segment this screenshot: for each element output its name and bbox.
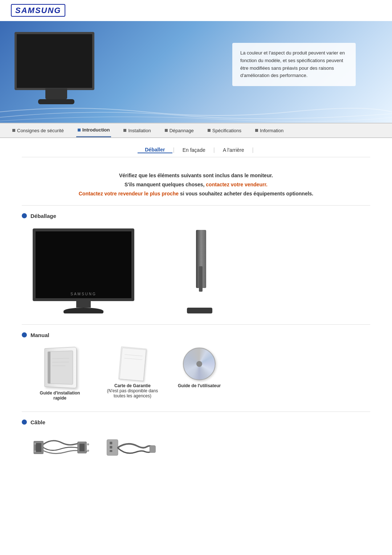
section-bullet-cable <box>22 420 27 425</box>
monitor-front-logo: SAMSUNG <box>70 292 97 296</box>
nav-bullet-introduction <box>78 129 81 131</box>
sub-nav-sep-2: | <box>213 147 216 153</box>
monitor-display <box>15 32 94 90</box>
monitor-side-image <box>185 230 214 313</box>
nav-bullet-information <box>255 129 258 132</box>
monitor-front-image: SAMSUNG <box>33 228 134 313</box>
deballage-products: SAMSUNG <box>22 225 370 317</box>
svg-rect-5 <box>119 348 146 381</box>
svg-rect-9 <box>36 443 41 452</box>
cable-items-row <box>22 431 370 464</box>
svg-point-15 <box>87 450 89 451</box>
intro-line3b: si vous souhaitez acheter des équipement… <box>180 191 313 197</box>
nav-bullet-depannage <box>165 129 168 132</box>
nav-bar: Consignes de sécurité Introduction Insta… <box>0 123 392 138</box>
banner-text-box: La couleur et l'aspect du produit peuven… <box>232 43 356 86</box>
monitor-stand <box>45 88 67 99</box>
nav-item-securite[interactable]: Consignes de sécurité <box>11 123 65 137</box>
section-title-manual: Manual <box>30 332 49 338</box>
svg-rect-17 <box>110 442 112 444</box>
cd-hole <box>196 361 202 367</box>
section-bullet-manual <box>22 332 27 337</box>
manual-item-guide: Guide d'installation rapide <box>33 348 87 401</box>
brand-name: SAMSUNG <box>11 4 65 17</box>
vga-cable-image <box>33 435 91 460</box>
sub-nav-facade[interactable]: En façade <box>175 147 213 153</box>
guide-installation-image <box>44 347 77 388</box>
nav-item-specifications[interactable]: Spécifications <box>206 123 243 137</box>
nav-bullet-securite <box>12 129 15 132</box>
svg-point-10 <box>34 442 36 444</box>
svg-point-11 <box>34 450 36 452</box>
sub-nav-sep-1: | <box>172 147 175 153</box>
section-deballage: Déballage SAMSUNG <box>22 206 370 325</box>
svg-rect-18 <box>110 446 112 448</box>
sub-nav-arriere[interactable]: A l'arrière <box>216 147 252 153</box>
mf-screen: SAMSUNG <box>33 228 134 301</box>
nav-item-introduction[interactable]: Introduction <box>76 123 111 137</box>
guide-utilisateur-label: Guide de l'utilisateur <box>178 383 221 388</box>
intro-line2: S'ils manquent quelques choses, contacte… <box>124 182 268 187</box>
section-manual: Manual Guide d'installation rapide <box>22 325 370 412</box>
nav-item-installation[interactable]: Installation <box>122 123 152 137</box>
section-deballage-header: Déballage <box>22 213 370 219</box>
section-cable-header: Câble <box>22 419 370 425</box>
svg-rect-19 <box>110 450 112 452</box>
contact-vendor-link[interactable]: contactez votre vendeurr. <box>206 182 268 187</box>
manual-item-carte: Carte de Garantie (N'est pas disponible … <box>105 348 160 398</box>
mf-base <box>64 308 103 313</box>
mf-neck <box>76 301 91 308</box>
guide-installation-label: Guide d'installation rapide <box>33 390 87 401</box>
sub-nav-deballer[interactable]: Déballer <box>138 147 172 153</box>
intro-text-block: Vérifiez que les éléments suivants sont … <box>22 165 370 206</box>
power-cable-image <box>105 435 156 460</box>
svg-point-14 <box>87 443 89 445</box>
svg-rect-13 <box>79 443 85 451</box>
nav-item-depannage[interactable]: Dépannage <box>163 123 195 137</box>
nav-bullet-installation <box>123 129 126 132</box>
section-title-deballage: Déballage <box>30 213 56 219</box>
carte-garantie-label: Carte de Garantie (N'est pas disponible … <box>105 383 160 398</box>
main-content: Vérifiez que les éléments suivants sont … <box>0 157 392 478</box>
banner-wave <box>0 101 392 123</box>
banner-text: La couleur et l'aspect du produit peuven… <box>240 50 345 78</box>
section-cable: Câble <box>22 412 370 471</box>
samsung-logo: SAMSUNG <box>0 0 76 21</box>
contact-reseller-link[interactable]: Contactez votre revendeur le plus proche <box>79 191 179 197</box>
sub-nav: Déballer | En façade | A l'arrière | <box>22 142 370 157</box>
sub-nav-sep-3: | <box>252 147 254 153</box>
manual-item-cd: Guide de l'utilisateur <box>178 348 221 388</box>
carte-garantie-image <box>118 347 147 381</box>
section-bullet-deballage <box>22 213 27 218</box>
guide-utilisateur-image <box>183 348 216 380</box>
svg-rect-20 <box>150 445 156 452</box>
svg-rect-0 <box>48 351 73 384</box>
svg-rect-16 <box>107 439 118 455</box>
section-title-cable: Câble <box>30 419 45 425</box>
intro-line1: Vérifiez que les éléments suivants sont … <box>119 173 273 178</box>
section-manual-header: Manual <box>22 332 370 338</box>
banner-monitor-image <box>15 32 109 112</box>
svg-rect-1 <box>48 352 50 384</box>
manual-items-row: Guide d'installation rapide Carte de Gar… <box>22 344 370 404</box>
nav-item-information[interactable]: Information <box>254 123 285 137</box>
nav-bullet-specifications <box>208 129 211 132</box>
header-banner: La couleur et l'aspect du produit peuven… <box>0 21 392 123</box>
